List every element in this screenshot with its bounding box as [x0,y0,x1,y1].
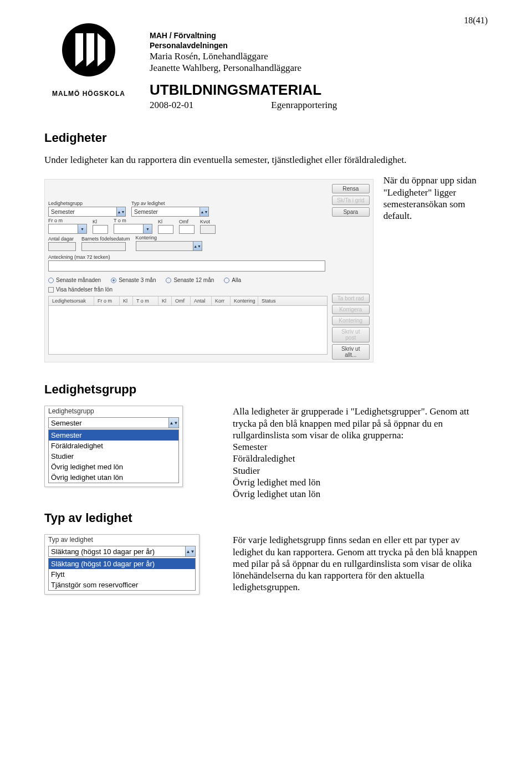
dd-label-typavledighet: Typ av ledighet [45,535,199,545]
label-antal-dagar: Antal dagar [48,236,76,242]
korrigera-button[interactable]: Korrigera [332,305,370,314]
skta-button[interactable]: Sk/Ta i grid [332,196,370,205]
document-title: UTBILDNINGSMATERIAL [150,81,488,99]
select-ledighetsgrupp-value: Semester [49,209,116,215]
barnets-fodelsedatum-input [81,242,126,251]
dd-label-ledighetsgrupp: Ledighetsgrupp [45,406,182,416]
grid-header: Ledighetsorsak Fr o m Kl T o m Kl Omf An… [48,296,328,306]
label-omf: Omf [179,219,195,224]
label-kl1: Kl [93,219,108,224]
chevron-down-icon[interactable]: ▲▼ [168,418,178,428]
chevron-down-icon[interactable]: ▲▼ [185,546,195,556]
anteckning-input[interactable] [48,260,325,272]
label-from: Fr o m [48,218,87,223]
antal-dagar-input [48,242,76,251]
bullet: Studier [233,465,488,477]
dd-list-typavledighet: Släktang (högst 10 dagar per år) Flytt T… [48,558,196,591]
bullet: Övrig ledighet med lön [233,477,488,488]
intro-paragraph: Under ledigheter kan du rapportera din e… [44,154,488,166]
label-anteckning: Anteckning (max 72 tecken) [48,254,370,260]
select-typ-av-ledighet-value: Semester [132,209,200,215]
chevron-down-icon[interactable]: ▲▼ [200,207,208,216]
radio-alla-label: Alla [232,277,241,283]
grid-body [48,306,328,355]
radio-senaste-12[interactable] [166,278,171,283]
label-kvot: Kvot [200,219,216,224]
tabortrad-button[interactable]: Ta bort rad [332,294,370,303]
label-typ-av-ledighet: Typ av ledighet [131,201,209,206]
page-number: 18(41) [464,16,488,25]
dd-option[interactable]: Flytt [49,569,195,580]
kontering-select[interactable]: ▲▼ [136,241,202,251]
dd-option[interactable]: Släktang (högst 10 dagar per år) [49,559,195,569]
radio-senaste-3[interactable] [111,278,116,283]
dd-option[interactable]: Övrig ledighet med lön [49,462,178,472]
radio-senaste-3-label: Senaste 3 mån [119,277,156,283]
logo: MALMÖ HÖGSKOLA [44,22,133,98]
dd-list-ledighetsgrupp: Semester Föräldraledighet Studier Övrig … [48,429,179,483]
label-kontering: Kontering [136,235,202,240]
dd-option[interactable]: Semester [49,430,178,441]
radio-senaste-manaden[interactable] [48,278,54,283]
skrivut-button[interactable]: Skriv ut post [332,327,370,342]
chevron-down-icon[interactable]: ▲▼ [193,242,202,250]
chevron-down-icon[interactable]: ▼ [78,224,86,233]
author-line-2: Jeanette Wahlberg, Personalhandläggare [150,63,488,74]
logo-caption: MALMÖ HÖGSKOLA [44,90,133,98]
kl1-input[interactable] [93,225,108,234]
dept-line: Personalavdelningen [150,41,488,50]
dd-select-ledighetsgrupp-value: Semester [49,419,168,427]
document-subject: Egenrapportering [271,100,337,111]
kl2-input[interactable] [158,225,173,234]
dd-select-typavledighet[interactable]: Släktang (högst 10 dagar per år) ▲▼ [48,546,196,557]
kontering-button[interactable]: Kontering [332,316,370,325]
org-line: MAH / Förvaltning [150,31,488,40]
typavledighet-text: För varje ledighetsgrupp finns sedan en … [233,534,488,593]
skrivutallt-button[interactable]: Skriv ut allt... [332,344,370,360]
dd-option[interactable]: Studier [49,451,178,462]
visa-checkbox[interactable] [48,287,54,293]
radio-senaste-12-label: Senaste 12 mån [173,277,214,283]
dd-select-typavledighet-value: Släktang (högst 10 dagar per år) [49,547,185,556]
label-tom: T o m [114,218,152,223]
section-heading-ledigheter: Ledigheter [44,131,488,145]
typavledighet-dropdown: Typ av ledighet Släktang (högst 10 dagar… [44,534,200,595]
logo-icon [55,22,122,83]
section-heading-typavledighet: Typ av ledighet [44,511,488,525]
visa-label: Visa händelser från lön [56,286,112,293]
side-note: När du öppnar upp sidan "Ledigheter" lig… [383,172,488,222]
dd-option[interactable]: Övrig ledighet utan lön [49,472,178,483]
kvot-input [200,225,216,234]
label-kl2: Kl [158,219,173,224]
omf-input[interactable] [179,225,195,234]
ledighetsgrupp-dropdown: Ledighetsgrupp Semester ▲▼ Semester Förä… [44,406,183,487]
dd-select-ledighetsgrupp[interactable]: Semester ▲▼ [48,417,179,428]
label-barnets-fodelsedatum: Barnets födelsedatum [81,236,130,242]
chevron-down-icon[interactable]: ▼ [143,224,152,233]
chevron-down-icon[interactable]: ▲▼ [116,207,125,216]
label-ledighetsgrupp: Ledighetsgrupp [48,201,126,206]
from-input[interactable]: ▼ [48,224,87,234]
radio-alla[interactable] [224,278,229,283]
select-ledighetsgrupp[interactable]: Semester ▲▼ [48,207,126,217]
tom-input[interactable]: ▼ [114,224,152,234]
spara-button[interactable]: Spara [332,207,370,217]
ledigheter-form-screenshot: Ledighetsgrupp Semester ▲▼ Typ av ledigh… [44,179,374,362]
bullet: Föräldraledighet [233,453,488,464]
bullet: Semester [233,441,488,453]
document-header: MAH / Förvaltning Personalavdelningen Ma… [150,22,488,111]
select-typ-av-ledighet[interactable]: Semester ▲▼ [131,207,209,217]
author-line-1: Maria Rosén, Lönehandläggare [150,51,488,62]
ledighetsgrupp-text: Alla ledigheter är grupperade i "Ledighe… [233,406,488,441]
radio-senaste-manaden-label: Senaste månaden [56,277,101,283]
dd-option[interactable]: Tjänstgör som reservofficer [49,580,195,590]
section-heading-ledighetsgrupp: Ledighetsgrupp [44,382,488,397]
document-date: 2008-02-01 [150,100,193,111]
bullet: Övrig ledighet utan lön [233,488,488,500]
dd-option[interactable]: Föräldraledighet [49,441,178,451]
rensa-button[interactable]: Rensa [332,184,370,193]
